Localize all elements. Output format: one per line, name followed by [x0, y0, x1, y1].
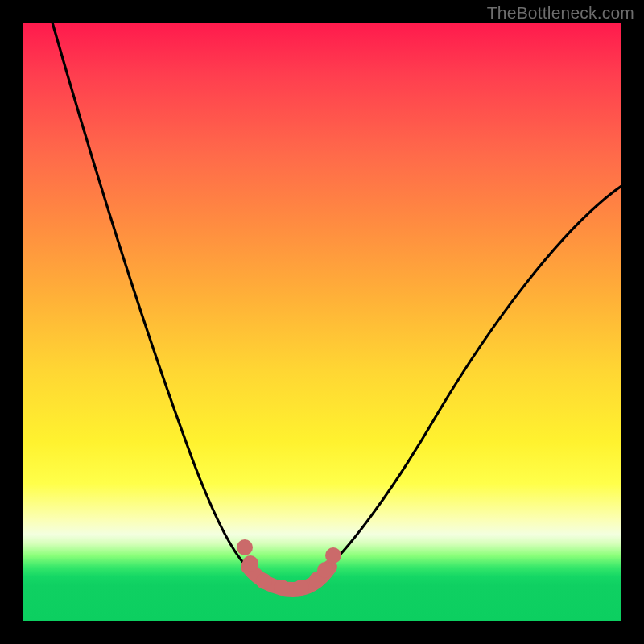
watermark-text: TheBottleneck.com	[487, 3, 634, 23]
highlight-dot	[256, 573, 272, 589]
highlight-dot	[293, 580, 309, 596]
highlight-dot	[274, 580, 290, 596]
plot-area	[23, 23, 621, 621]
bottleneck-curve	[23, 23, 621, 621]
highlight-dot	[325, 547, 341, 564]
chart-frame: TheBottleneck.com	[0, 0, 644, 644]
highlight-dot	[242, 555, 258, 572]
highlight-stroke	[248, 567, 330, 589]
highlight-dot	[317, 562, 333, 578]
curve-path	[52, 23, 621, 586]
highlight-dot	[309, 572, 325, 588]
highlight-dot	[237, 539, 253, 555]
